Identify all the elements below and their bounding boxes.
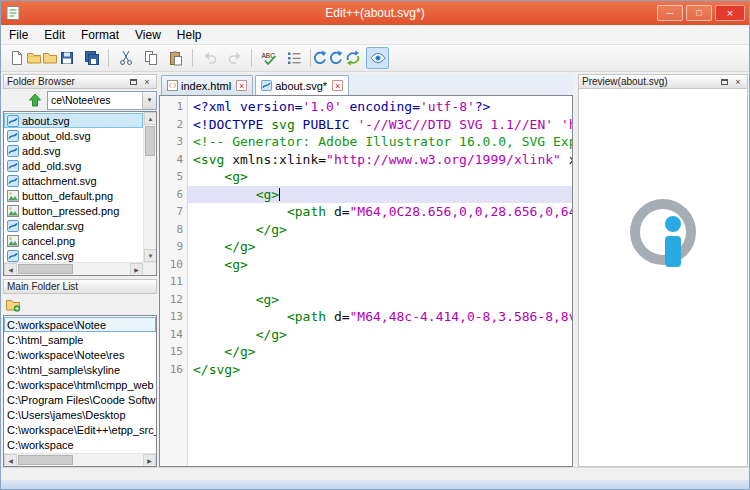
copy-button[interactable] — [139, 47, 162, 69]
folder-item[interactable]: C:\workspace — [4, 437, 156, 452]
scrollbar-track[interactable] — [74, 454, 143, 466]
code-line-4[interactable]: <svg xmlns:xlink="http://www.w3.org/1999… — [188, 151, 572, 169]
scroll-right-icon[interactable]: ▶ — [130, 263, 143, 276]
code-line-15[interactable]: </g> — [188, 343, 572, 361]
close-panel-icon[interactable]: × — [141, 76, 153, 88]
folder-item[interactable]: C:\html_sample\skyline — [4, 362, 156, 377]
refresh-button[interactable] — [3, 91, 23, 110]
folder-item[interactable]: C:\workspace\Notee\res — [4, 347, 156, 362]
folder-list-hscrollbar[interactable]: ◀ ▶ — [4, 453, 156, 466]
vscrollbar-thumb[interactable] — [145, 126, 155, 156]
editor-code[interactable]: <?xml version='1.0' encoding='utf-8'?><!… — [188, 96, 572, 466]
refresh-button[interactable] — [316, 47, 339, 69]
preview-content — [578, 89, 748, 467]
main-folder-list-panel: Main Folder List C:\workspace\NoteeC:\ht… — [3, 279, 157, 467]
file-item-add_old.svg[interactable]: add_old.svg — [4, 158, 143, 173]
redo-icon — [227, 50, 243, 66]
menu-file[interactable]: File — [1, 26, 36, 44]
folder-item[interactable]: C:\workspace\Edit++\etpp_src_ — [4, 422, 156, 437]
float-panel-icon[interactable] — [718, 76, 730, 88]
file-item-button_pressed.png[interactable]: button_pressed.png — [4, 203, 143, 218]
file-item-cancel.png[interactable]: cancel.png — [4, 233, 143, 248]
file-item-calendar.svg[interactable]: calendar.svg — [4, 218, 143, 233]
title-bar[interactable]: Edit++(about.svg*) ─ □ × — [1, 1, 749, 25]
undo-button[interactable] — [198, 47, 221, 69]
code-editor[interactable]: 12345678910111213141516 <?xml version='1… — [159, 95, 573, 467]
minimize-button[interactable]: ─ — [657, 5, 683, 21]
code-line-6[interactable]: <g> — [188, 186, 572, 204]
menu-view[interactable]: View — [127, 26, 169, 44]
code-line-12[interactable]: <g> — [188, 291, 572, 309]
code-line-16[interactable]: </svg> — [188, 361, 572, 379]
spell-check-button[interactable]: ABC — [257, 47, 280, 69]
info-dot — [665, 216, 681, 232]
scrollbar-track[interactable] — [144, 157, 156, 249]
browser-sync-button[interactable] — [341, 47, 364, 69]
scroll-up-icon[interactable]: ▲ — [144, 112, 157, 125]
up-folder-button[interactable] — [25, 91, 45, 110]
tab-about-svg[interactable]: about.svg*× — [255, 75, 349, 95]
code-line-11[interactable] — [188, 273, 572, 291]
file-item-about_old.svg[interactable]: about_old.svg — [4, 128, 143, 143]
close-panel-icon[interactable]: × — [732, 76, 744, 88]
float-panel-icon[interactable] — [127, 76, 139, 88]
file-item-add.svg[interactable]: add.svg — [4, 143, 143, 158]
file-list-hscrollbar[interactable]: ◀ ▶ — [4, 262, 143, 275]
file-list-vscrollbar[interactable]: ▲ ▼ — [143, 112, 156, 262]
tab-close-icon[interactable]: × — [332, 80, 343, 91]
line-number: 4 — [160, 151, 183, 169]
maximize-button[interactable]: □ — [686, 5, 712, 21]
menu-edit[interactable]: Edit — [36, 26, 73, 44]
open-folder-button[interactable] — [30, 47, 53, 69]
code-line-7[interactable]: <path d="M64,0C28.656,0,0,28.656,0,64 — [188, 203, 572, 221]
png-file-icon — [7, 205, 19, 217]
folder-item[interactable]: C:\workspace\Notee — [4, 317, 156, 332]
scroll-down-icon[interactable]: ▼ — [144, 249, 157, 262]
hscrollbar-thumb[interactable] — [18, 264, 73, 274]
file-item-attachment.svg[interactable]: attachment.svg — [4, 173, 143, 188]
main-folder-list-toolbar — [3, 294, 157, 315]
menu-help[interactable]: Help — [169, 26, 210, 44]
scroll-right-icon[interactable]: ▶ — [143, 454, 156, 467]
folder-item[interactable]: C:\html_sample — [4, 332, 156, 347]
code-line-5[interactable]: <g> — [188, 168, 572, 186]
code-line-2[interactable]: <!DOCTYPE svg PUBLIC '-//W3C//DTD SVG 1.… — [188, 116, 572, 134]
code-line-8[interactable]: </g> — [188, 221, 572, 239]
task-list-button[interactable] — [282, 47, 305, 69]
menu-format[interactable]: Format — [73, 26, 127, 44]
code-line-14[interactable]: </g> — [188, 326, 572, 344]
paste-button[interactable] — [164, 47, 187, 69]
file-name: add_old.svg — [22, 160, 81, 172]
folder-item[interactable]: C:\workspace\html\cmpp_web — [4, 377, 156, 392]
preview-button[interactable] — [366, 47, 389, 69]
redo-button[interactable] — [223, 47, 246, 69]
folder-item[interactable]: C:\Users\james\Desktop — [4, 407, 156, 422]
save-button[interactable] — [55, 47, 78, 69]
save-all-button[interactable] — [80, 47, 103, 69]
combo-dropdown-icon[interactable]: ▼ — [142, 92, 156, 109]
code-line-10[interactable]: <g> — [188, 256, 572, 274]
hscrollbar-thumb[interactable] — [18, 455, 73, 465]
scroll-left-icon[interactable]: ◀ — [4, 263, 17, 276]
tab-close-icon[interactable]: × — [236, 80, 247, 91]
scrollbar-track[interactable] — [74, 263, 130, 275]
file-item-cancel.svg[interactable]: cancel.svg — [4, 248, 143, 262]
file-item-button_default.png[interactable]: button_default.png — [4, 188, 143, 203]
close-button[interactable]: × — [715, 5, 745, 21]
code-line-1[interactable]: <?xml version='1.0' encoding='utf-8'?> — [188, 98, 572, 116]
scroll-left-icon[interactable]: ◀ — [4, 454, 17, 467]
path-combobox[interactable]: ce\Notee\res ▼ — [47, 91, 157, 110]
file-name: calendar.svg — [22, 220, 84, 232]
file-item-about.svg[interactable]: about.svg — [4, 113, 143, 128]
code-line-9[interactable]: </g> — [188, 238, 572, 256]
file-name: about_old.svg — [22, 130, 91, 142]
tab-index-html[interactable]: index.html× — [161, 75, 253, 95]
status-bar — [1, 467, 749, 480]
add-folder-button[interactable] — [3, 295, 23, 314]
cut-button[interactable] — [114, 47, 137, 69]
open-folder-button[interactable] — [25, 295, 45, 314]
code-line-13[interactable]: <path d="M64,48c-4.414,0-8,3.586-8,8v — [188, 308, 572, 326]
line-number: 7 — [160, 203, 183, 221]
code-line-3[interactable]: <!-- Generator: Adobe Illustrator 16.0.0… — [188, 133, 572, 151]
folder-item[interactable]: C:\Program Files\Coode Softwa — [4, 392, 156, 407]
